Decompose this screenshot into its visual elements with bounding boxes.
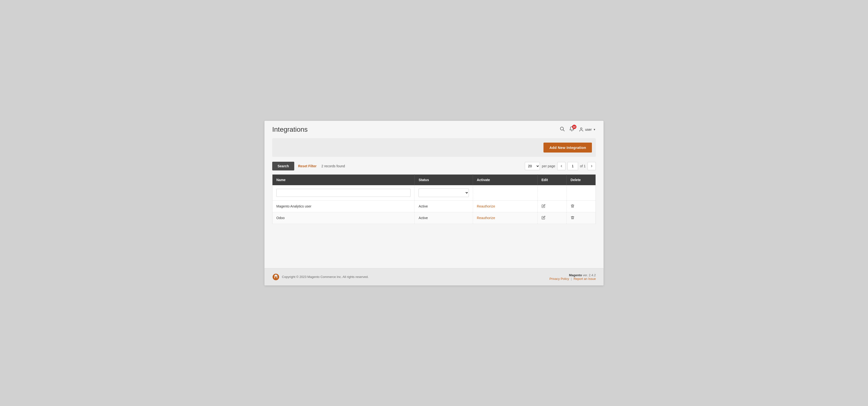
row1-edit-button[interactable] [541, 204, 546, 209]
svg-point-2 [581, 128, 582, 129]
row1-edit [537, 200, 566, 212]
col-header-status: Status [414, 174, 473, 185]
footer-version-brand: Magento [569, 273, 582, 277]
user-name-label: user [585, 128, 592, 131]
add-new-integration-button[interactable]: Add New Integration [544, 143, 592, 153]
header: Integrations 10 user [265, 121, 603, 138]
row2-edit-button[interactable] [541, 216, 546, 220]
row2-delete-button[interactable] [570, 216, 575, 220]
per-page-label: per page [542, 164, 555, 168]
search-button[interactable]: Search [272, 162, 294, 170]
search-icon-button[interactable] [559, 126, 565, 133]
footer-links: Privacy Policy | Report an Issue [550, 277, 596, 281]
col-header-delete: Delete [566, 174, 595, 185]
footer-version-number: ver. 2.4.2 [583, 273, 596, 277]
next-page-button[interactable] [588, 162, 596, 170]
row1-status: Active [414, 200, 473, 212]
top-action-bar: Add New Integration [272, 138, 596, 157]
page-of-label: of 1 [580, 164, 586, 168]
name-filter-input[interactable] [276, 189, 410, 197]
row1-name: Magento Analytics user [273, 200, 414, 212]
row2-name: Odoo [273, 212, 414, 224]
current-page-input[interactable]: 1 [567, 162, 578, 170]
footer: Copyright © 2023 Magento Commerce Inc. A… [265, 268, 603, 285]
chevron-left-icon [560, 164, 563, 168]
page-title: Integrations [272, 126, 308, 133]
row1-delete-button[interactable] [570, 204, 575, 209]
footer-copyright: Copyright © 2023 Magento Commerce Inc. A… [282, 275, 369, 279]
footer-right: Magento ver. 2.4.2 Privacy Policy | Repo… [550, 273, 596, 281]
filter-activate-cell [473, 185, 537, 201]
reset-filter-button[interactable]: Reset Filter [298, 164, 316, 168]
row1-delete [566, 200, 595, 212]
notification-badge: 10 [572, 125, 577, 129]
col-header-edit: Edit [537, 174, 566, 185]
row2-status: Active [414, 212, 473, 224]
filter-name-cell [273, 185, 414, 201]
prev-page-button[interactable] [557, 162, 565, 170]
header-actions: 10 user ▼ [559, 126, 596, 133]
notification-button[interactable]: 10 [569, 126, 575, 133]
table-header-row: Name Status Activate Edit Delete [273, 174, 596, 185]
filter-bar: Search Reset Filter 2 records found 20 3… [272, 162, 596, 170]
privacy-policy-link[interactable]: Privacy Policy [550, 277, 569, 281]
status-filter-select[interactable]: Active Inactive [418, 189, 469, 197]
table-row: Magento Analytics user Active Reauthoriz… [273, 200, 596, 212]
trash-icon [570, 204, 575, 208]
filter-edit-cell [537, 185, 566, 201]
page-wrapper: Integrations 10 user [265, 121, 603, 285]
footer-link-separator: | [571, 277, 571, 281]
pagination-controls: 20 30 50 100 200 per page 1 of 1 [525, 162, 596, 170]
row2-delete [566, 212, 595, 224]
filter-delete-cell [566, 185, 595, 201]
footer-version: Magento ver. 2.4.2 [550, 273, 596, 277]
filter-status-cell: Active Inactive [414, 185, 473, 201]
chevron-down-icon: ▼ [593, 128, 596, 131]
chevron-right-icon [590, 164, 593, 168]
records-count: 2 records found [321, 164, 345, 168]
table-row: Odoo Active Reauthorize [273, 212, 596, 224]
row2-edit [537, 212, 566, 224]
col-header-activate: Activate [473, 174, 537, 185]
svg-line-1 [563, 130, 564, 131]
user-menu-button[interactable]: user ▼ [579, 127, 596, 132]
user-avatar-icon [579, 127, 584, 132]
row2-reauthorize-link[interactable]: Reauthorize [477, 216, 495, 220]
search-icon [559, 126, 565, 131]
col-header-name: Name [273, 174, 414, 185]
magento-logo-icon [272, 273, 279, 281]
edit-icon [541, 216, 546, 220]
footer-left: Copyright © 2023 Magento Commerce Inc. A… [272, 273, 369, 281]
report-issue-link[interactable]: Report an Issue [574, 277, 596, 281]
content-area: Add New Integration Search Reset Filter … [265, 138, 603, 268]
row1-reauthorize-link[interactable]: Reauthorize [477, 204, 495, 208]
integrations-table: Name Status Activate Edit Delete [272, 174, 596, 224]
trash-icon [570, 216, 575, 220]
row2-activate: Reauthorize [473, 212, 537, 224]
per-page-select[interactable]: 20 30 50 100 200 [525, 162, 540, 170]
filter-row: Active Inactive [273, 185, 596, 201]
edit-icon [541, 204, 546, 208]
row1-activate: Reauthorize [473, 200, 537, 212]
